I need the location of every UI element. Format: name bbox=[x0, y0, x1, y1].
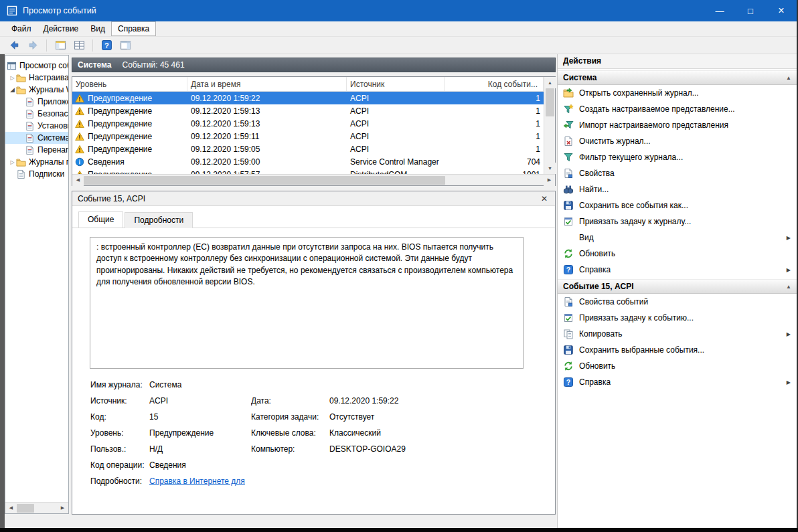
event-rows: Предупреждение 09.12.2020 1:59:22 ACPI 1… bbox=[72, 92, 544, 174]
help-button[interactable] bbox=[99, 38, 114, 53]
minimize-button[interactable]: — bbox=[704, 0, 735, 21]
event-row[interactable]: Предупреждение 09.12.2020 1:59:13 ACPI 1 bbox=[72, 104, 544, 117]
action-clear-log[interactable]: Очистить журнал... bbox=[558, 133, 797, 149]
column-datetime[interactable]: Дата и время bbox=[187, 77, 347, 91]
actions-section-system[interactable]: Система ▲ bbox=[558, 70, 797, 85]
action-attach-task-to-log[interactable]: Привязать задачу к журналу... bbox=[558, 213, 797, 230]
table-vertical-scrollbar[interactable]: ▲ ▼ bbox=[544, 77, 555, 174]
event-datetime: 09.12.2020 1:59:05 bbox=[187, 145, 347, 154]
menu-help[interactable]: Справка bbox=[111, 21, 156, 36]
scrollbar-thumb[interactable] bbox=[84, 176, 445, 185]
show-console-tree-button[interactable] bbox=[53, 38, 68, 53]
event-row[interactable]: Сведения 09.12.2020 1:59:00 Service Cont… bbox=[72, 155, 544, 168]
export-list-button[interactable] bbox=[72, 38, 86, 53]
event-row[interactable]: Предупреждение 09.12.2020 1:59:11 ACPI 1 bbox=[72, 130, 544, 143]
scroll-left-icon[interactable]: ◀ bbox=[72, 175, 84, 186]
scroll-right-icon[interactable]: ▶ bbox=[544, 175, 555, 186]
tree-label: Журналы Windows bbox=[29, 85, 68, 94]
event-row[interactable]: Предупреждение 09.12.2020 1:59:05 ACPI 1 bbox=[72, 143, 544, 155]
column-source[interactable]: Источник bbox=[347, 77, 445, 91]
action-help[interactable]: Справка ▶ bbox=[558, 262, 797, 278]
event-action-help[interactable]: Справка ▶ bbox=[558, 374, 797, 390]
event-viewer-window: Просмотр событий — □ × Файл Действие Вид… bbox=[0, 0, 798, 528]
tree-item-windows-logs[interactable]: ◢ Журналы Windows bbox=[5, 84, 68, 96]
tree-item-application[interactable]: Приложение bbox=[5, 96, 68, 108]
action-find[interactable]: Найти... bbox=[558, 181, 797, 197]
event-level: Предупреждение bbox=[88, 106, 152, 116]
scrollbar-thumb[interactable] bbox=[546, 88, 554, 116]
tree-label: Перенаправленные события bbox=[37, 145, 68, 155]
back-button[interactable] bbox=[7, 38, 21, 53]
tab-details[interactable]: Подробности bbox=[125, 212, 193, 228]
menu-file[interactable]: Файл bbox=[5, 22, 37, 35]
column-event-code[interactable]: Код событи... bbox=[445, 77, 544, 91]
section-title: Система bbox=[563, 73, 597, 82]
column-level[interactable]: Уровень bbox=[72, 77, 187, 91]
event-action-copy[interactable]: Копировать ▶ bbox=[558, 326, 797, 342]
action-open-saved-log[interactable]: Открыть сохраненный журнал... bbox=[558, 85, 797, 101]
action-create-custom-view[interactable]: Создать настраиваемое представление... bbox=[558, 101, 797, 117]
tree-horizontal-scrollbar[interactable]: ◀ ▶ bbox=[5, 502, 68, 513]
scrollbar-thumb[interactable] bbox=[17, 504, 34, 513]
forward-arrow-icon bbox=[27, 39, 39, 51]
event-row[interactable]: Предупреждение 09.12.2020 1:59:13 ACPI 1 bbox=[72, 117, 544, 130]
scroll-down-icon[interactable]: ▼ bbox=[544, 163, 556, 174]
scroll-right-icon[interactable]: ▶ bbox=[57, 503, 68, 514]
collapse-icon[interactable]: ▲ bbox=[786, 284, 791, 290]
event-code: 704 bbox=[445, 157, 544, 167]
field-label: Код: bbox=[90, 412, 149, 422]
event-row[interactable]: Предупреждение 09.12.2020 1:57:57 Distri… bbox=[72, 168, 544, 174]
tree-item-custom-views[interactable]: ▷ Настраиваемые представления bbox=[5, 72, 68, 84]
table-header: Уровень Дата и время Источник Код событи… bbox=[72, 77, 544, 92]
filter-icon bbox=[563, 152, 574, 163]
action-view[interactable]: Вид ▶ bbox=[558, 230, 797, 246]
scroll-left-icon[interactable]: ◀ bbox=[5, 503, 17, 514]
event-level: Предупреждение bbox=[88, 119, 152, 128]
event-action-properties[interactable]: Свойства событий bbox=[558, 294, 797, 310]
field-value: Отсутствует bbox=[329, 412, 524, 422]
event-datetime: 09.12.2020 1:59:22 bbox=[187, 94, 347, 103]
event-datetime: 09.12.2020 1:59:13 bbox=[187, 106, 347, 116]
show-action-pane-button[interactable] bbox=[118, 38, 133, 53]
action-properties[interactable]: Свойства bbox=[558, 165, 797, 181]
tree-item-system[interactable]: Система bbox=[5, 132, 68, 144]
collapse-icon[interactable]: ▲ bbox=[786, 75, 791, 81]
expander-collapsed-icon[interactable]: ▷ bbox=[9, 75, 16, 81]
action-import-custom-view[interactable]: Импорт настраиваемого представления bbox=[558, 117, 797, 133]
action-refresh[interactable]: Обновить bbox=[558, 246, 797, 262]
menu-view[interactable]: Вид bbox=[84, 22, 111, 35]
scroll-up-icon[interactable]: ▲ bbox=[544, 77, 556, 88]
refresh-icon bbox=[563, 248, 574, 259]
action-filter-current-log[interactable]: Фильтр текущего журнала... bbox=[558, 149, 797, 165]
open-folder-icon bbox=[563, 88, 574, 98]
submenu-arrow-icon: ▶ bbox=[787, 235, 791, 241]
tree-item-setup[interactable]: Установка bbox=[5, 120, 68, 132]
event-action-save-selected[interactable]: Сохранить выбранные события... bbox=[558, 342, 797, 358]
tree-item-forwarded-events[interactable]: Перенаправленные события bbox=[5, 144, 68, 156]
event-action-attach-task[interactable]: Привязать задачу к событию... bbox=[558, 310, 797, 326]
field-value: DESKTOP-GOIOA29 bbox=[329, 444, 524, 454]
event-action-refresh[interactable]: Обновить bbox=[558, 358, 797, 374]
actions-section-event[interactable]: Событие 15, ACPI ▲ bbox=[558, 279, 797, 294]
tree-item-security[interactable]: Безопасность bbox=[5, 108, 68, 120]
toolbar-separator bbox=[92, 39, 93, 52]
folder-icon bbox=[16, 73, 26, 83]
forward-button[interactable] bbox=[25, 38, 40, 53]
menu-action[interactable]: Действие bbox=[37, 22, 85, 35]
expander-expanded-icon[interactable]: ◢ bbox=[9, 86, 16, 93]
tree-item-event-viewer[interactable]: Просмотр событий bbox=[5, 60, 68, 72]
event-description[interactable]: : встроенный контроллер (EC) возвратил д… bbox=[90, 237, 524, 369]
detail-close-icon[interactable]: ✕ bbox=[539, 194, 550, 203]
expander-collapsed-icon[interactable]: ▷ bbox=[9, 159, 16, 165]
action-save-all-events[interactable]: Сохранить все события как... bbox=[558, 197, 797, 213]
tree-item-app-services-logs[interactable]: ▷ Журналы приложений и служб bbox=[5, 156, 68, 168]
table-horizontal-scrollbar[interactable]: ◀ ▶ bbox=[72, 174, 555, 185]
help-icon bbox=[101, 39, 112, 51]
tab-general[interactable]: Общие bbox=[78, 211, 123, 228]
close-button[interactable]: × bbox=[766, 0, 797, 21]
tree-item-subscriptions[interactable]: Подписки bbox=[5, 168, 68, 180]
warning-icon bbox=[75, 106, 84, 116]
online-help-link[interactable]: Справка в Интернете для bbox=[149, 476, 245, 486]
event-row[interactable]: Предупреждение 09.12.2020 1:59:22 ACPI 1 bbox=[72, 92, 544, 104]
maximize-button[interactable]: □ bbox=[735, 0, 766, 21]
